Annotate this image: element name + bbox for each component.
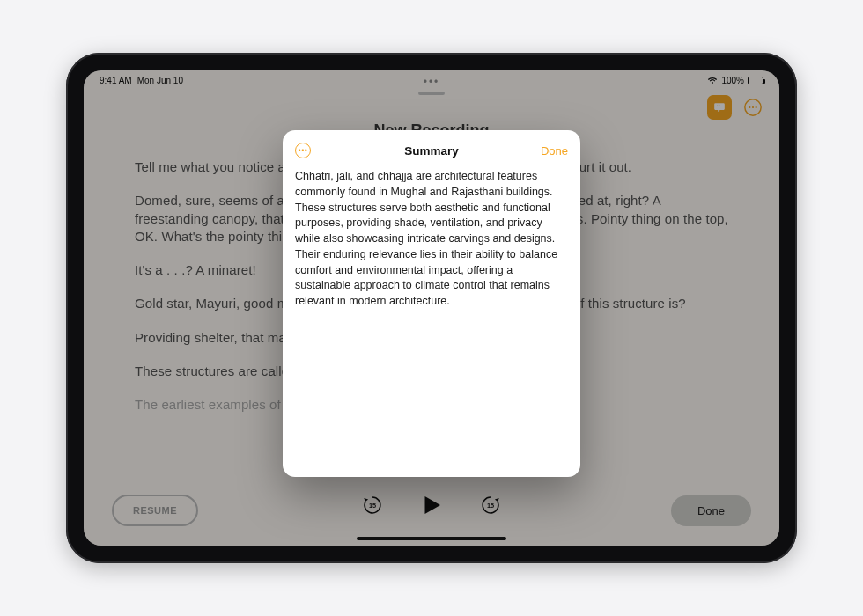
summary-title: Summary: [283, 144, 580, 158]
ellipsis-icon: •••: [299, 146, 308, 155]
summary-done-button[interactable]: Done: [541, 144, 568, 158]
ipad-frame: 9:41 AM Mon Jun 10 100% ••• New Recordin…: [66, 53, 797, 563]
summary-more-button[interactable]: •••: [295, 143, 311, 158]
home-indicator[interactable]: [357, 537, 506, 540]
summary-sheet: ••• Summary Done Chhatri, jali, and chha…: [283, 130, 580, 477]
ipad-screen: 9:41 AM Mon Jun 10 100% ••• New Recordin…: [84, 70, 779, 546]
summary-body: Chhatri, jali, and chhajja are architect…: [295, 169, 568, 310]
